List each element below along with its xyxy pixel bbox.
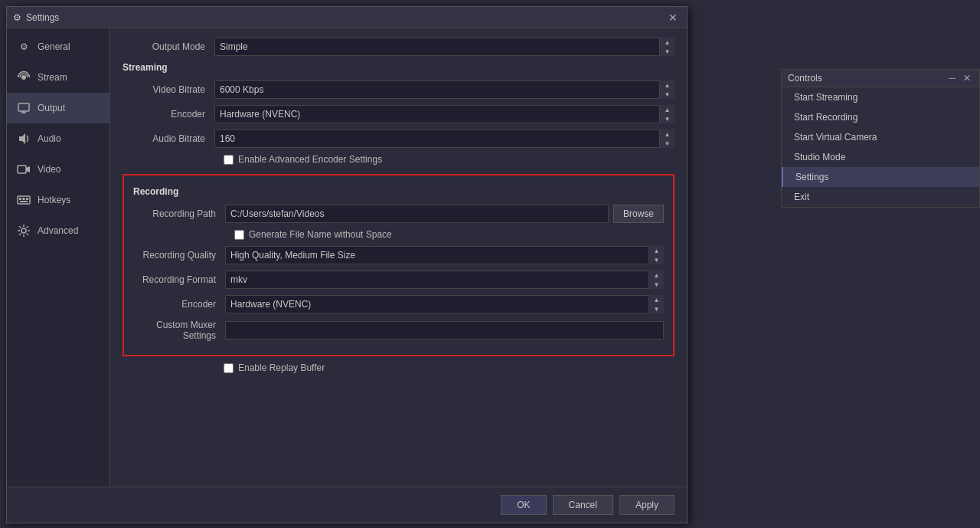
output-mode-select[interactable]: Simple Advanced: [214, 38, 675, 56]
recording-format-label: Recording Format: [133, 274, 225, 285]
streaming-encoder-up[interactable]: ▲: [660, 105, 675, 114]
controls-header: Controls ─ ✕: [782, 70, 979, 87]
sidebar-item-output[interactable]: Output: [7, 93, 109, 123]
controls-item-start-streaming[interactable]: Start Streaming: [782, 87, 979, 107]
svg-rect-7: [23, 198, 25, 200]
sidebar: ⚙ General Stream: [7, 28, 110, 487]
recording-format-control: mkv mp4 flv mov ▲ ▼: [225, 271, 664, 289]
recording-format-down[interactable]: ▼: [649, 280, 664, 289]
recording-encoder-select[interactable]: Hardware (NVENC) Software (x264): [225, 295, 664, 313]
dialog-title: ⚙ Settings: [13, 12, 665, 23]
custom-muxer-input[interactable]: [225, 321, 664, 339]
sidebar-label-advanced: Advanced: [38, 225, 78, 236]
replay-buffer-label-text: Enable Replay Buffer: [238, 362, 325, 373]
output-icon: [16, 100, 31, 116]
custom-muxer-label: Custom Muxer Settings: [133, 320, 225, 341]
cancel-button[interactable]: Cancel: [553, 495, 613, 515]
browse-button[interactable]: Browse: [613, 205, 664, 223]
output-mode-spinners: ▲ ▼: [659, 38, 675, 56]
recording-path-row: Recording Path C:/Users/stefan/Videos Br…: [133, 205, 664, 223]
sidebar-label-hotkeys: Hotkeys: [38, 195, 70, 205]
output-mode-up[interactable]: ▲: [660, 38, 675, 47]
output-mode-down[interactable]: ▼: [660, 47, 675, 56]
video-bitrate-input[interactable]: 6000 Kbps: [214, 80, 675, 99]
dialog-title-text: Settings: [26, 12, 59, 23]
recording-path-input[interactable]: C:/Users/stefan/Videos: [225, 205, 609, 223]
output-mode-control: Simple Advanced ▲ ▼: [214, 38, 675, 56]
streaming-encoder-label: Encoder: [122, 109, 214, 120]
video-bitrate-label: Video Bitrate: [122, 84, 214, 95]
svg-rect-1: [18, 103, 29, 111]
controls-items-list: Start Streaming Start Recording Start Vi…: [782, 87, 979, 207]
ok-button[interactable]: OK: [501, 495, 546, 515]
recording-quality-up[interactable]: ▲: [649, 246, 664, 255]
advanced-icon: [16, 223, 31, 238]
controls-item-start-recording[interactable]: Start Recording: [782, 107, 979, 127]
gear-icon: ⚙: [16, 39, 31, 54]
dialog-title-icon: ⚙: [13, 12, 21, 23]
streaming-encoder-row: Encoder Hardware (NVENC) Software (x264)…: [122, 105, 675, 123]
apply-button[interactable]: Apply: [619, 495, 675, 515]
generate-filename-label-text: Generate File Name without Space: [249, 229, 392, 240]
svg-rect-4: [18, 166, 26, 173]
generate-filename-checkbox[interactable]: [234, 230, 244, 240]
video-bitrate-down[interactable]: ▼: [660, 90, 675, 99]
recording-encoder-down[interactable]: ▼: [649, 304, 664, 313]
controls-title: Controls: [788, 73, 822, 84]
hotkeys-icon: [16, 192, 31, 208]
settings-dialog: ⚙ Settings ✕ ⚙ General Stream: [6, 6, 688, 523]
audio-bitrate-row: Audio Bitrate 160 128 192 320 ▲ ▼: [122, 130, 675, 148]
recording-format-select[interactable]: mkv mp4 flv mov: [225, 271, 664, 289]
recording-encoder-up[interactable]: ▲: [649, 295, 664, 304]
video-bitrate-up[interactable]: ▲: [660, 80, 675, 90]
sidebar-item-general[interactable]: ⚙ General: [7, 31, 109, 62]
audio-icon: [16, 131, 31, 146]
advanced-encoder-label-text: Enable Advanced Encoder Settings: [238, 154, 382, 165]
audio-bitrate-select[interactable]: 160 128 192 320: [214, 130, 675, 148]
dialog-footer: OK Cancel Apply: [7, 487, 687, 523]
advanced-encoder-checkbox[interactable]: [224, 155, 234, 165]
recording-quality-select[interactable]: High Quality, Medium File Size Indisting…: [225, 246, 664, 264]
streaming-encoder-down[interactable]: ▼: [660, 114, 675, 123]
sidebar-item-advanced[interactable]: Advanced: [7, 215, 109, 246]
dialog-body: ⚙ General Stream: [7, 28, 687, 487]
controls-item-settings[interactable]: Settings: [782, 167, 979, 187]
video-bitrate-control: 6000 Kbps ▲ ▼: [214, 80, 675, 99]
audio-bitrate-down[interactable]: ▼: [660, 139, 675, 148]
recording-quality-label: Recording Quality: [133, 250, 225, 261]
sidebar-item-stream[interactable]: Stream: [7, 62, 109, 93]
recording-section: Recording Recording Path C:/Users/stefan…: [122, 174, 675, 356]
recording-quality-control: High Quality, Medium File Size Indisting…: [225, 246, 664, 264]
recording-format-up[interactable]: ▲: [649, 271, 664, 280]
sidebar-item-video[interactable]: Video: [7, 154, 109, 185]
sidebar-item-hotkeys[interactable]: Hotkeys: [7, 185, 109, 215]
controls-item-start-virtual-camera[interactable]: Start Virtual Camera: [782, 127, 979, 147]
recording-quality-down[interactable]: ▼: [649, 255, 664, 264]
main-content: Output Mode Simple Advanced ▲ ▼ Streamin…: [110, 28, 687, 487]
recording-quality-row: Recording Quality High Quality, Medium F…: [133, 246, 664, 264]
svg-point-0: [21, 75, 26, 80]
svg-rect-8: [26, 198, 28, 200]
recording-encoder-row: Encoder Hardware (NVENC) Software (x264)…: [133, 295, 664, 313]
recording-section-header: Recording: [133, 186, 664, 197]
audio-bitrate-control: 160 128 192 320 ▲ ▼: [214, 130, 675, 148]
recording-format-row: Recording Format mkv mp4 flv mov ▲ ▼: [133, 271, 664, 289]
audio-bitrate-up[interactable]: ▲: [660, 130, 675, 139]
video-bitrate-row: Video Bitrate 6000 Kbps ▲ ▼: [122, 80, 675, 99]
video-icon: [16, 162, 31, 177]
streaming-encoder-select[interactable]: Hardware (NVENC) Software (x264): [214, 105, 675, 123]
controls-minimize-btn[interactable]: ─: [946, 73, 958, 84]
output-mode-row: Output Mode Simple Advanced ▲ ▼: [122, 38, 675, 56]
streaming-section: Streaming Video Bitrate 6000 Kbps ▲ ▼ En…: [122, 62, 675, 165]
sidebar-label-output: Output: [38, 103, 65, 113]
controls-close-btn[interactable]: ✕: [961, 73, 973, 84]
controls-item-studio-mode[interactable]: Studio Mode: [782, 147, 979, 167]
sidebar-label-video: Video: [38, 164, 60, 175]
streaming-encoder-control: Hardware (NVENC) Software (x264) ▲ ▼: [214, 105, 675, 123]
sidebar-item-audio[interactable]: Audio: [7, 123, 109, 154]
replay-buffer-checkbox[interactable]: [224, 363, 234, 373]
controls-item-exit[interactable]: Exit: [782, 187, 979, 207]
audio-bitrate-label: Audio Bitrate: [122, 133, 214, 144]
svg-rect-6: [19, 198, 21, 200]
dialog-close-button[interactable]: ✕: [665, 12, 681, 23]
